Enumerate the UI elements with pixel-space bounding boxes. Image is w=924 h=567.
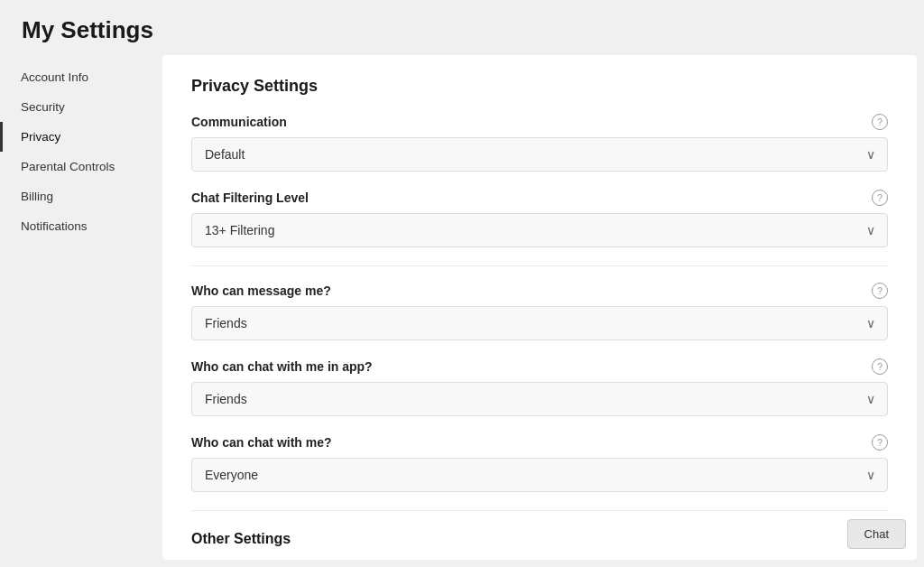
- divider-2: [191, 510, 888, 511]
- page-header: My Settings: [0, 0, 924, 55]
- who-chat-app-label-row: Who can chat with me in app? ?: [191, 358, 888, 375]
- communication-select-wrapper: Default Friends Only No One: [191, 137, 888, 172]
- communication-group: Communication ? Default Friends Only No …: [191, 114, 888, 172]
- communication-help-icon[interactable]: ?: [872, 114, 888, 130]
- sidebar-item-privacy[interactable]: Privacy: [0, 122, 162, 152]
- who-chat-select-wrapper: Everyone Friends No One: [191, 458, 888, 492]
- chat-filtering-select[interactable]: No Filtering 13+ Filtering 9+ Filtering: [191, 213, 888, 247]
- sidebar-item-parental-controls[interactable]: Parental Controls: [0, 152, 162, 181]
- who-chat-app-select-wrapper: Everyone Friends No One: [191, 382, 888, 416]
- page-container: My Settings Account Info Security Privac…: [0, 0, 924, 567]
- who-chat-app-select[interactable]: Everyone Friends No One: [191, 382, 888, 416]
- chat-filtering-group: Chat Filtering Level ? No Filtering 13+ …: [191, 190, 888, 247]
- main-content: Account Info Security Privacy Parental C…: [0, 55, 924, 567]
- sidebar-item-billing[interactable]: Billing: [0, 181, 162, 211]
- who-chat-help-icon[interactable]: ?: [872, 434, 888, 451]
- communication-label-row: Communication ?: [191, 114, 888, 130]
- who-chat-label-row: Who can chat with me? ?: [191, 434, 888, 451]
- who-chat-label: Who can chat with me?: [191, 435, 332, 450]
- communication-label: Communication: [191, 115, 287, 129]
- who-message-label-row: Who can message me? ?: [191, 283, 888, 299]
- divider-1: [191, 265, 888, 266]
- who-message-select[interactable]: Everyone Friends No One: [191, 306, 888, 340]
- chat-filtering-help-icon[interactable]: ?: [872, 190, 888, 206]
- sidebar-item-security[interactable]: Security: [0, 92, 162, 122]
- who-chat-app-group: Who can chat with me in app? ? Everyone …: [191, 358, 888, 416]
- sidebar-item-account-info[interactable]: Account Info: [0, 62, 162, 92]
- other-settings-title: Other Settings: [191, 527, 888, 547]
- page-title: My Settings: [22, 16, 902, 44]
- content-area: Privacy Settings Communication ? Default…: [162, 55, 917, 560]
- chat-filtering-select-wrapper: No Filtering 13+ Filtering 9+ Filtering: [191, 213, 888, 247]
- chat-filtering-label-row: Chat Filtering Level ?: [191, 190, 888, 206]
- chat-button[interactable]: Chat: [847, 519, 906, 549]
- who-message-label: Who can message me?: [191, 284, 331, 298]
- who-chat-app-help-icon[interactable]: ?: [872, 358, 888, 375]
- who-message-help-icon[interactable]: ?: [872, 283, 888, 299]
- who-chat-group: Who can chat with me? ? Everyone Friends…: [191, 434, 888, 492]
- who-chat-app-label: Who can chat with me in app?: [191, 359, 373, 374]
- sidebar: Account Info Security Privacy Parental C…: [0, 55, 162, 567]
- communication-select[interactable]: Default Friends Only No One: [191, 137, 888, 172]
- privacy-settings-title: Privacy Settings: [191, 77, 888, 96]
- who-message-group: Who can message me? ? Everyone Friends N…: [191, 283, 888, 340]
- chat-filtering-label: Chat Filtering Level: [191, 191, 309, 205]
- who-chat-select[interactable]: Everyone Friends No One: [191, 458, 888, 492]
- who-message-select-wrapper: Everyone Friends No One: [191, 306, 888, 340]
- sidebar-item-notifications[interactable]: Notifications: [0, 211, 162, 241]
